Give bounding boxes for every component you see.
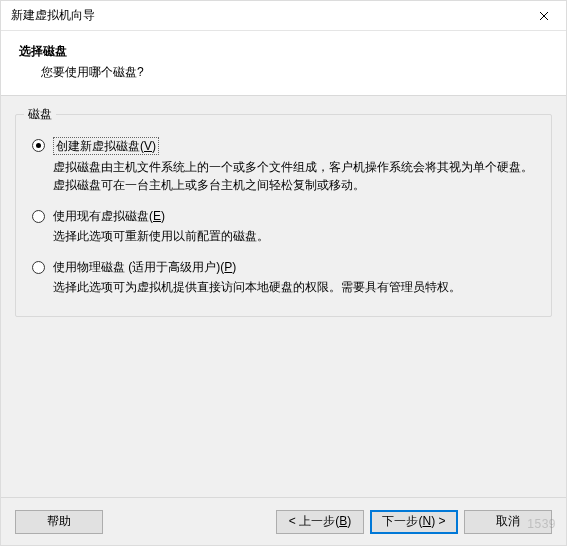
nav-buttons: < 上一步(B) 下一步(N) > 取消 xyxy=(276,510,552,534)
page-title: 选择磁盘 xyxy=(19,43,548,60)
radio-physical[interactable] xyxy=(32,261,45,274)
option-physical[interactable]: 使用物理磁盘 (适用于高级用户)(P) 选择此选项可为虚拟机提供直接访问本地硬盘… xyxy=(32,259,535,296)
wizard-header: 选择磁盘 您要使用哪个磁盘? xyxy=(1,31,566,96)
option-desc: 选择此选项可为虚拟机提供直接访问本地硬盘的权限。需要具有管理员特权。 xyxy=(53,278,535,296)
cancel-button[interactable]: 取消 xyxy=(464,510,552,534)
help-button[interactable]: 帮助 xyxy=(15,510,103,534)
group-legend: 磁盘 xyxy=(24,106,56,123)
option-label: 使用现有虚拟磁盘(E) xyxy=(53,209,165,223)
option-label: 创建新虚拟磁盘(V) xyxy=(53,137,159,155)
back-button[interactable]: < 上一步(B) xyxy=(276,510,364,534)
option-label: 使用物理磁盘 (适用于高级用户)(P) xyxy=(53,260,236,274)
disk-group: 磁盘 创建新虚拟磁盘(V) 虚拟磁盘由主机文件系统上的一个或多个文件组成，客户机… xyxy=(15,114,552,317)
titlebar: 新建虚拟机向导 xyxy=(1,1,566,31)
radio-create-new[interactable] xyxy=(32,139,45,152)
next-button[interactable]: 下一步(N) > xyxy=(370,510,458,534)
option-existing[interactable]: 使用现有虚拟磁盘(E) 选择此选项可重新使用以前配置的磁盘。 xyxy=(32,208,535,245)
radio-existing[interactable] xyxy=(32,210,45,223)
content-area: 磁盘 创建新虚拟磁盘(V) 虚拟磁盘由主机文件系统上的一个或多个文件组成，客户机… xyxy=(1,96,566,325)
wizard-footer: 帮助 < 上一步(B) 下一步(N) > 取消 xyxy=(1,497,566,545)
option-desc: 虚拟磁盘由主机文件系统上的一个或多个文件组成，客户机操作系统会将其视为单个硬盘。… xyxy=(53,158,535,194)
option-desc: 选择此选项可重新使用以前配置的磁盘。 xyxy=(53,227,535,245)
close-icon xyxy=(539,11,549,21)
page-subtitle: 您要使用哪个磁盘? xyxy=(41,64,548,81)
window-title: 新建虚拟机向导 xyxy=(11,7,95,24)
option-create-new[interactable]: 创建新虚拟磁盘(V) 虚拟磁盘由主机文件系统上的一个或多个文件组成，客户机操作系… xyxy=(32,137,535,194)
close-button[interactable] xyxy=(522,1,566,31)
